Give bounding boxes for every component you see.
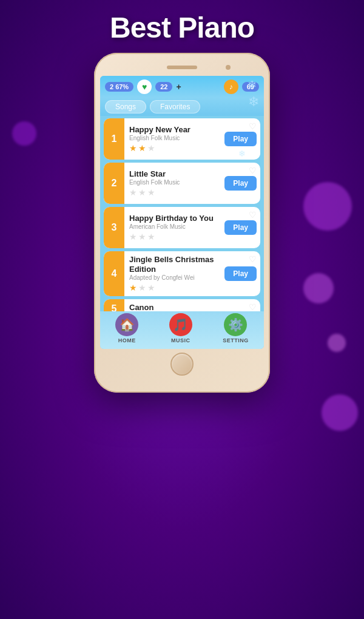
home-icon: 🏠 xyxy=(115,313,138,336)
song-title: Little Star xyxy=(129,169,220,179)
heart-icon: ♥ xyxy=(137,79,152,94)
nav-item-music[interactable]: 🎵 MUSIC xyxy=(169,313,192,343)
level-value: 2 xyxy=(110,83,113,90)
bokeh-decoration xyxy=(303,182,352,231)
play-button[interactable]: Play xyxy=(224,220,257,235)
song-list: 1 Happy New Year English Folk Music ★ ★ … xyxy=(100,116,264,321)
favorite-heart-icon[interactable]: ♡ xyxy=(249,166,257,175)
bokeh-decoration xyxy=(12,121,36,146)
nav-item-setting[interactable]: ⚙️ SETTING xyxy=(223,313,249,343)
heart-count: 22 xyxy=(155,82,172,92)
list-item: 2 Little Star English Folk Music ★ ★ ★ P… xyxy=(104,163,260,204)
star-empty: ★ xyxy=(138,232,146,242)
song-card-inner: Happy Birthday to You American Folk Musi… xyxy=(124,207,260,248)
song-subtitle: Adapted by Congfei Wei xyxy=(129,274,220,281)
song-subtitle: English Folk Music xyxy=(129,135,220,141)
status-bar: 2 67% ♥ 22 + ♪ 69 ❄ xyxy=(100,76,264,98)
song-rank: 1 xyxy=(104,118,124,160)
phone-speaker xyxy=(167,66,197,69)
song-title: Happy Birthday to You xyxy=(129,214,220,223)
list-item: 3 Happy Birthday to You American Folk Mu… xyxy=(104,207,260,248)
star-empty: ★ xyxy=(147,188,155,197)
star-empty: ★ xyxy=(147,283,155,293)
level-percent: 67% xyxy=(115,83,129,90)
star-empty: ★ xyxy=(147,143,155,153)
bottom-nav: 🏠 HOME 🎵 MUSIC ⚙️ SETTING xyxy=(100,311,264,349)
phone-frame: 2 67% ♥ 22 + ♪ 69 ❄ Songs Favorites ❄ ❄ … xyxy=(94,53,270,393)
tab-bar: Songs Favorites xyxy=(100,98,264,116)
star-rating: ★ ★ ★ xyxy=(129,143,220,153)
favorite-heart-icon[interactable]: ♡ xyxy=(249,254,257,264)
nav-label-music: MUSIC xyxy=(171,337,190,343)
play-button[interactable]: Play xyxy=(224,176,257,191)
bokeh-decoration xyxy=(303,273,334,303)
song-card-inner: Jingle Bells Christmas Edition Adapted b… xyxy=(124,251,260,296)
song-subtitle: English Folk Music xyxy=(129,179,220,186)
song-rank: 3 xyxy=(104,207,124,248)
plus-button[interactable]: + xyxy=(176,82,181,92)
star-rating: ★ ★ ★ xyxy=(129,232,220,242)
phone-top-bar xyxy=(100,59,264,76)
star-filled: ★ xyxy=(129,143,137,153)
star-rating: ★ ★ ★ xyxy=(129,283,220,293)
song-info: Little Star English Folk Music ★ ★ ★ xyxy=(124,166,224,201)
favorite-heart-icon[interactable]: ♡ xyxy=(249,121,257,131)
bokeh-decoration xyxy=(322,394,358,431)
app-title: Best Piano xyxy=(0,0,364,53)
setting-icon: ⚙️ xyxy=(224,313,247,336)
list-item: 4 Jingle Bells Christmas Edition Adapted… xyxy=(104,251,260,296)
star-filled: ★ xyxy=(129,283,137,293)
phone-screen: 2 67% ♥ 22 + ♪ 69 ❄ Songs Favorites ❄ ❄ … xyxy=(100,76,264,349)
play-button[interactable]: Play xyxy=(224,266,257,281)
tab-favorites[interactable]: Favorites xyxy=(150,100,200,113)
song-rank: 4 xyxy=(104,251,124,296)
star-empty: ★ xyxy=(129,188,137,197)
home-button[interactable] xyxy=(170,353,194,376)
star-empty: ★ xyxy=(129,232,137,242)
favorite-heart-icon[interactable]: ♡ xyxy=(249,302,257,312)
song-info: Happy New Year English Folk Music ★ ★ ★ xyxy=(124,121,224,157)
song-info: Jingle Bells Christmas Edition Adapted b… xyxy=(124,251,224,296)
phone-bottom-bar xyxy=(100,349,264,379)
star-empty: ★ xyxy=(138,283,146,293)
tab-songs[interactable]: Songs xyxy=(105,100,146,113)
snowflake-decoration: ❄ xyxy=(248,78,257,92)
nav-label-setting: SETTING xyxy=(223,337,249,343)
song-card-inner: Happy New Year English Folk Music ★ ★ ★ … xyxy=(124,118,260,160)
coin-icon: ♪ xyxy=(224,79,238,94)
star-rating: ★ ★ ★ xyxy=(129,188,220,197)
song-subtitle: American Folk Music xyxy=(129,223,220,230)
star-empty: ★ xyxy=(147,232,155,242)
favorite-heart-icon[interactable]: ♡ xyxy=(249,210,257,220)
song-info: Happy Birthday to You American Folk Musi… xyxy=(124,210,224,246)
play-button[interactable]: Play xyxy=(224,132,257,146)
star-filled: ★ xyxy=(138,143,146,153)
list-item: 1 Happy New Year English Folk Music ★ ★ … xyxy=(104,118,260,160)
nav-item-home[interactable]: 🏠 HOME xyxy=(115,313,138,343)
phone-camera xyxy=(226,65,231,70)
bokeh-decoration xyxy=(328,334,346,352)
song-title: Jingle Bells Christmas Edition xyxy=(129,255,220,274)
level-badge: 2 67% xyxy=(105,82,133,92)
music-icon: 🎵 xyxy=(169,313,192,336)
star-empty: ★ xyxy=(138,188,146,197)
song-card-inner: Little Star English Folk Music ★ ★ ★ Pla… xyxy=(124,163,260,204)
song-rank: 2 xyxy=(104,163,124,204)
song-title: Happy New Year xyxy=(129,125,220,135)
nav-label-home: HOME xyxy=(118,337,136,343)
